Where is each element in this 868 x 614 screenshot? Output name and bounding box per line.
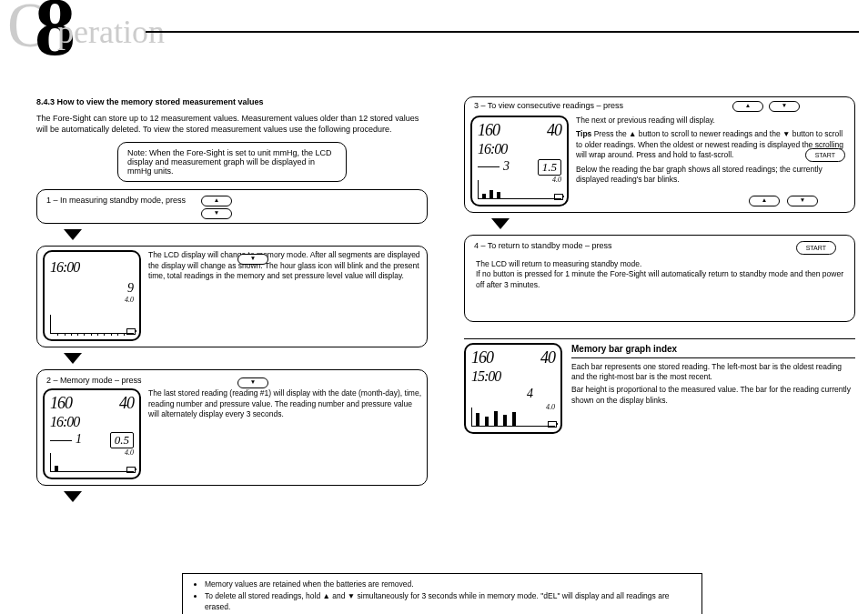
down-button[interactable]: ▼ bbox=[237, 254, 268, 265]
memory-graph-text: Memory bar graph index Each bar represen… bbox=[571, 343, 855, 406]
battery-icon bbox=[126, 467, 136, 473]
lcd-b-big1: 160 bbox=[50, 394, 72, 412]
memory-graph-head: Memory bar graph index bbox=[571, 343, 855, 356]
note-2: To delete all stored readings, hold ▲ an… bbox=[205, 591, 692, 612]
lcd-c-big2: 40 bbox=[547, 121, 561, 140]
lcd-c-idx: 3 bbox=[503, 159, 510, 173]
battery-icon bbox=[548, 421, 557, 428]
lcd-d-idx: 4 bbox=[527, 387, 533, 400]
lcd-display-d: 16040 15:00 4 4.0 bbox=[464, 343, 562, 434]
battery-icon bbox=[554, 194, 563, 200]
left-column: 8.4.3 How to view the memory stored meas… bbox=[36, 91, 428, 504]
step-3-bottom-buttons: ▲ ▼ bbox=[749, 196, 818, 206]
up-button[interactable]: ▲ bbox=[201, 196, 232, 206]
down-button[interactable]: ▼ bbox=[769, 101, 800, 112]
down-button[interactable]: ▼ bbox=[787, 196, 818, 206]
lcd-d-big1: 160 bbox=[471, 348, 493, 367]
step-4-panel: 4 – To return to standby mode – press ST… bbox=[464, 235, 855, 322]
memory-graph-desc1: Each bar represents one stored reading. … bbox=[571, 362, 855, 383]
start-button[interactable]: START bbox=[796, 241, 836, 255]
up-button[interactable]: ▲ bbox=[732, 101, 763, 112]
step-3-tip-label: Tips bbox=[576, 129, 591, 138]
step-3-title: 3 – To view consecutive readings – press bbox=[474, 101, 623, 110]
header-rule bbox=[146, 31, 859, 33]
step-4-title: 4 – To return to standby mode – press bbox=[474, 241, 849, 250]
right-column: 3 – To view consecutive readings – press… bbox=[464, 91, 855, 434]
step-2-button-wrap: ▼ bbox=[237, 377, 268, 388]
step-3-buttons: ▲ ▼ bbox=[732, 101, 800, 112]
step-1-after-buttons: ▼ bbox=[237, 254, 268, 265]
step-2-title: 2 – Memory mode – press bbox=[46, 376, 421, 385]
down-arrow-icon bbox=[64, 229, 82, 240]
lcd-a-count: 9 bbox=[127, 281, 134, 295]
lcd-b-big2: 40 bbox=[119, 394, 134, 413]
up-button[interactable]: ▲ bbox=[749, 196, 780, 206]
lcd-display-b: 16040 16:00 10.5 4.0 bbox=[43, 388, 141, 479]
section-title: 8.4.3 How to view the memory stored meas… bbox=[36, 96, 428, 107]
down-arrow-icon bbox=[64, 491, 82, 502]
down-button[interactable]: ▼ bbox=[237, 377, 268, 388]
step-4-text: The LCD will return to measuring standby… bbox=[470, 259, 849, 269]
unit-note-text: Note: When the Fore-Sight is set to unit… bbox=[127, 148, 332, 176]
intro-text: The Fore-Sight can store up to 12 measur… bbox=[36, 113, 428, 135]
lcd-c-time: 16:00 bbox=[478, 141, 507, 157]
step-3-tip-text: Press the ▲ button to scroll to newer re… bbox=[576, 129, 843, 159]
unit-note-callout: Note: When the Fore-Sight is set to unit… bbox=[117, 142, 347, 182]
step-2-panel: 2 – Memory mode – press ▼ 16040 16:00 10… bbox=[36, 369, 428, 486]
step-1-panel: 1 – In measuring standby mode, press ▲ ▼ bbox=[36, 189, 428, 224]
step-4-sub: If no button is pressed for 1 minute the… bbox=[470, 269, 849, 290]
step-4-title-text: 4 – To return to standby mode – press bbox=[474, 241, 611, 250]
note-1: Memory values are retained when the batt… bbox=[205, 579, 692, 589]
step-2-title-text: 2 – Memory mode – press bbox=[46, 376, 142, 385]
down-button[interactable]: ▼ bbox=[201, 208, 232, 219]
lcd-d-graph bbox=[471, 408, 555, 427]
lcd-c-big1: 160 bbox=[478, 121, 500, 139]
lcd-d-time: 15:00 bbox=[471, 368, 500, 385]
step-2-text: The last stored reading (reading #1) wil… bbox=[148, 388, 421, 419]
notes-list: Memory values are retained when the batt… bbox=[192, 579, 692, 614]
step-3-panel: 3 – To view consecutive readings – press… bbox=[464, 96, 855, 213]
lcd-a-graph bbox=[50, 315, 134, 334]
step-1-result-panel: ▼ 16:00 9 4.0 The LCD display will chang… bbox=[36, 246, 428, 347]
lcd-c-graph bbox=[478, 180, 561, 199]
lcd-b-val: 0.5 bbox=[110, 432, 134, 448]
lcd-d-big2: 40 bbox=[540, 348, 555, 367]
memory-graph-section: 16040 15:00 4 4.0 Memory bar graph index… bbox=[464, 338, 855, 434]
lcd-b-idx: 1 bbox=[76, 432, 82, 446]
lcd-a-time: 16:00 bbox=[50, 259, 79, 276]
step-1-buttons: ▲ ▼ bbox=[201, 196, 232, 219]
down-arrow-icon bbox=[491, 218, 510, 229]
step-3-text1: The next or previous reading will displa… bbox=[576, 116, 849, 126]
step-3-text2: Below the reading the bar graph shows al… bbox=[576, 165, 849, 186]
lcd-b-time: 16:00 bbox=[50, 414, 79, 430]
down-arrow-icon bbox=[64, 353, 82, 364]
battery-icon bbox=[126, 328, 136, 335]
memory-graph-desc2: Bar height is proportional to the measur… bbox=[571, 385, 855, 406]
step-3-title-text: 3 – To view consecutive readings – press bbox=[474, 101, 623, 110]
lcd-display-c: 16040 16:00 31.5 4.0 bbox=[470, 116, 569, 206]
step-1-title: 1 – In measuring standby mode, press ▲ ▼ bbox=[46, 196, 421, 205]
step-1-title-text: 1 – In measuring standby mode, press bbox=[46, 196, 186, 205]
lcd-a-press: 4.0 bbox=[125, 296, 134, 304]
notes-box: Memory values are retained when the batt… bbox=[182, 573, 702, 614]
lcd-display-a: 16:00 9 4.0 bbox=[43, 250, 141, 341]
lcd-c-val: 1.5 bbox=[538, 159, 561, 176]
step-1-result-text: The LCD display will change to memory mo… bbox=[148, 250, 421, 281]
start-button[interactable]: START bbox=[805, 148, 845, 162]
lcd-b-graph bbox=[50, 453, 134, 472]
